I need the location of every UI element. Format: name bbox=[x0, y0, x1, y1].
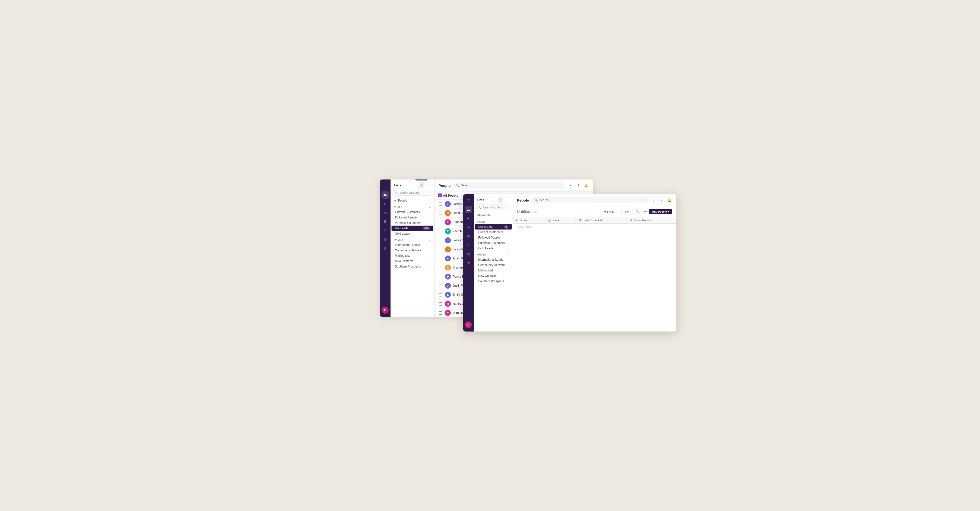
help-action-btn[interactable]: ? bbox=[575, 182, 581, 188]
front-search-bar-input[interactable] bbox=[539, 198, 645, 202]
sidebar-people-icon[interactable] bbox=[382, 191, 389, 199]
col-phone: # Phone Number bbox=[627, 217, 676, 224]
person-checkbox[interactable] bbox=[438, 293, 443, 297]
person-checkbox[interactable] bbox=[438, 221, 443, 224]
front-lists-actions: + ← bbox=[498, 197, 510, 203]
front-top-bar: People 🔍 + ? 🔔 bbox=[513, 194, 676, 206]
front-target-icon[interactable]: ◎ bbox=[465, 250, 472, 257]
fields-button[interactable]: ⊞ Fields bbox=[602, 209, 616, 214]
front-list-item[interactable]: Potential Customers bbox=[475, 240, 512, 246]
sidebar: ☰ ≫ ⊞ ✓ ◎ ⚡ C bbox=[380, 179, 391, 317]
front-list-item-label: Potential Customers bbox=[478, 241, 505, 245]
window-container: ☰ ≫ ⊞ ✓ ◎ ⚡ C Lists bbox=[380, 179, 600, 332]
search-bar-input[interactable] bbox=[461, 184, 562, 187]
all-people-link[interactable]: All People bbox=[391, 198, 434, 203]
front-private-list-item[interactable]: New Contacts bbox=[475, 273, 512, 279]
list-item[interactable]: Potential Customers bbox=[391, 220, 433, 225]
front-sidebar: ☰ ≫ ⊞ ✓ ◎ ⚡ C bbox=[463, 194, 474, 332]
list-item[interactable]: New Contacts bbox=[391, 259, 433, 264]
front-arrows-icon[interactable]: ≫ bbox=[465, 224, 472, 231]
avatar: J bbox=[445, 283, 451, 289]
list-item[interactable]: Current Customers bbox=[391, 209, 433, 215]
all-people-heading: All People bbox=[443, 194, 458, 197]
front-search-icon: 🔍 bbox=[478, 206, 481, 209]
front-menu-icon[interactable]: ☰ bbox=[465, 197, 472, 204]
person-checkbox[interactable] bbox=[438, 248, 443, 251]
list-item[interactable]: Cold Leads bbox=[391, 231, 433, 236]
person-checkbox[interactable] bbox=[438, 257, 443, 260]
person-checkbox[interactable] bbox=[438, 239, 443, 242]
front-list-item[interactable]: Cold Leads bbox=[475, 246, 512, 251]
front-private-list-item[interactable]: International Leads bbox=[475, 257, 512, 262]
sidebar-check-icon[interactable]: ✓ bbox=[382, 227, 389, 234]
front-list-item[interactable]: Followed People bbox=[475, 235, 512, 240]
filter-button[interactable]: ▽ Filter bbox=[618, 209, 632, 214]
front-notif-action-btn[interactable]: 🔔 bbox=[667, 197, 672, 203]
add-action-btn[interactable]: + bbox=[568, 182, 573, 188]
table-title-input[interactable] bbox=[517, 209, 599, 214]
front-private-list-item[interactable]: Southern Prospects bbox=[475, 279, 512, 284]
person-checkbox[interactable] bbox=[438, 230, 443, 233]
person-checkbox[interactable] bbox=[438, 302, 443, 305]
person-checkbox[interactable] bbox=[438, 212, 443, 215]
person-checkbox[interactable] bbox=[438, 266, 443, 269]
list-item[interactable]: Mailing List bbox=[391, 253, 433, 259]
front-page-title: People bbox=[517, 198, 529, 202]
front-top-actions: + ? 🔔 bbox=[651, 197, 672, 203]
sidebar-grid-icon[interactable]: ⊞ bbox=[382, 218, 389, 225]
front-grid-icon[interactable]: ⊞ bbox=[465, 232, 472, 240]
list-item[interactable]: Hot Leads850 bbox=[391, 225, 433, 231]
list-item[interactable]: Community Network bbox=[391, 248, 433, 253]
front-people-icon[interactable] bbox=[465, 206, 472, 213]
table-actions: ⊞ Fields ▽ Filter 🔍 ••• Add People bbox=[602, 209, 672, 214]
avatar: A bbox=[445, 256, 451, 261]
front-bolt-icon[interactable]: ⚡ bbox=[465, 259, 472, 266]
search-table-button[interactable]: 🔍 bbox=[634, 209, 642, 214]
list-item[interactable]: Southern Prospects bbox=[391, 264, 433, 269]
list-item-label: Cold Leads bbox=[395, 232, 410, 235]
front-list-item[interactable]: Untitled list0 bbox=[475, 224, 512, 230]
col-date-icon: 📅 bbox=[579, 219, 582, 222]
list-item-label: International Leads bbox=[395, 243, 420, 247]
front-all-people-link[interactable]: All People bbox=[474, 212, 513, 218]
add-person-cell[interactable]: + Add Person bbox=[513, 224, 676, 230]
front-public-section-header: Public ▲ bbox=[474, 218, 513, 224]
front-chart-icon[interactable] bbox=[465, 215, 472, 222]
sidebar-bolt-icon[interactable]: ⚡ bbox=[382, 244, 389, 252]
list-item[interactable]: International Leads bbox=[391, 242, 433, 248]
front-add-action-btn[interactable]: + bbox=[651, 197, 657, 203]
more-options-button[interactable]: ••• bbox=[644, 210, 647, 214]
front-lists-search-input[interactable] bbox=[476, 204, 510, 211]
front-check-icon[interactable]: ✓ bbox=[465, 241, 472, 249]
sidebar-menu-icon[interactable]: ☰ bbox=[382, 182, 389, 190]
front-help-action-btn[interactable]: ? bbox=[659, 197, 665, 203]
front-lists-header: Lists + ← bbox=[474, 194, 513, 204]
front-sidebar-logo: C bbox=[465, 321, 472, 329]
front-close-lists-button[interactable]: ← bbox=[504, 197, 510, 203]
front-list-item-label: Followed People bbox=[478, 236, 500, 239]
lists-header: Lists New list + ← bbox=[391, 179, 434, 190]
person-checkbox[interactable] bbox=[438, 203, 443, 206]
filter-icon: ▽ bbox=[620, 210, 622, 213]
person-checkbox[interactable] bbox=[438, 284, 443, 287]
close-lists-button[interactable]: ← bbox=[426, 182, 431, 188]
list-item[interactable]: Followed People bbox=[391, 215, 433, 220]
front-list-item-badge: 0 bbox=[504, 225, 508, 228]
app-logo: C bbox=[382, 307, 388, 314]
notif-action-btn[interactable]: 🔔 bbox=[583, 182, 589, 188]
front-private-list-item[interactable]: Community Network bbox=[475, 262, 512, 268]
new-list-button[interactable]: New list + bbox=[419, 182, 424, 188]
sidebar-arrows-icon[interactable]: ≫ bbox=[382, 209, 389, 216]
front-new-list-button[interactable]: + bbox=[498, 197, 503, 203]
add-people-button[interactable]: Add People ▾ bbox=[649, 209, 672, 214]
lists-search-input[interactable] bbox=[393, 190, 432, 196]
front-private-list-item[interactable]: Mailing List bbox=[475, 268, 512, 273]
sidebar-chart-icon[interactable] bbox=[382, 200, 389, 208]
front-list-item[interactable]: Current Customers bbox=[475, 230, 512, 235]
add-person-row[interactable]: + Add Person bbox=[513, 224, 676, 230]
private-section-header: Private ▲ bbox=[391, 236, 434, 242]
person-checkbox[interactable] bbox=[438, 275, 443, 278]
front-private-item-label: Community Network bbox=[478, 263, 505, 267]
person-checkbox[interactable] bbox=[438, 311, 443, 315]
sidebar-target-icon[interactable]: ◎ bbox=[382, 235, 389, 243]
